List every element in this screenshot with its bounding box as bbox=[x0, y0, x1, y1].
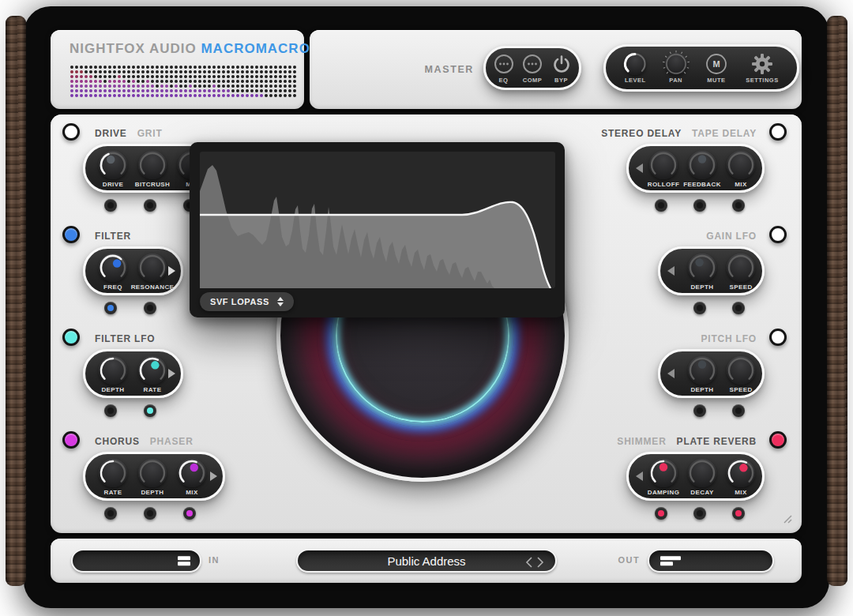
mod-button-dot bbox=[735, 510, 742, 516]
updown-icon bbox=[277, 297, 284, 306]
plate-reverb-knob-mix[interactable] bbox=[727, 459, 755, 487]
plate-reverb-led[interactable] bbox=[769, 431, 787, 449]
plate-reverb-mod-button[interactable] bbox=[655, 507, 667, 520]
plate-reverb-tabs: SHIMMERPLATE REVERB bbox=[607, 434, 757, 448]
filter-popup: SVF LOPASS bbox=[190, 142, 565, 317]
mod-button-dot bbox=[658, 510, 664, 516]
filter-response-graph[interactable] bbox=[200, 152, 555, 288]
plate-reverb-knob-decay[interactable] bbox=[688, 459, 716, 487]
filter-type-select[interactable]: SVF LOPASS bbox=[200, 292, 294, 311]
plate-reverb-mod-button[interactable] bbox=[693, 507, 706, 520]
mod-button-dot bbox=[697, 510, 703, 516]
section-expand-arrow-icon[interactable] bbox=[636, 471, 643, 481]
plugin-window: NIGHTFOX AUDIO MACROMACRO MASTER EQCOMPB… bbox=[0, 0, 853, 616]
filter-type-label: SVF LOPASS bbox=[210, 297, 269, 306]
tab-plate-reverb[interactable]: PLATE REVERB bbox=[677, 436, 757, 447]
plate-reverb-mod-button[interactable] bbox=[732, 507, 745, 520]
plate-reverb-knob-group: DAMPINGDECAYMIX bbox=[626, 452, 765, 501]
tab-shimmer[interactable]: SHIMMER bbox=[617, 436, 666, 447]
plate-reverb-knob-label: MIX bbox=[712, 489, 770, 496]
plate-reverb-knob-damping[interactable] bbox=[649, 459, 678, 487]
